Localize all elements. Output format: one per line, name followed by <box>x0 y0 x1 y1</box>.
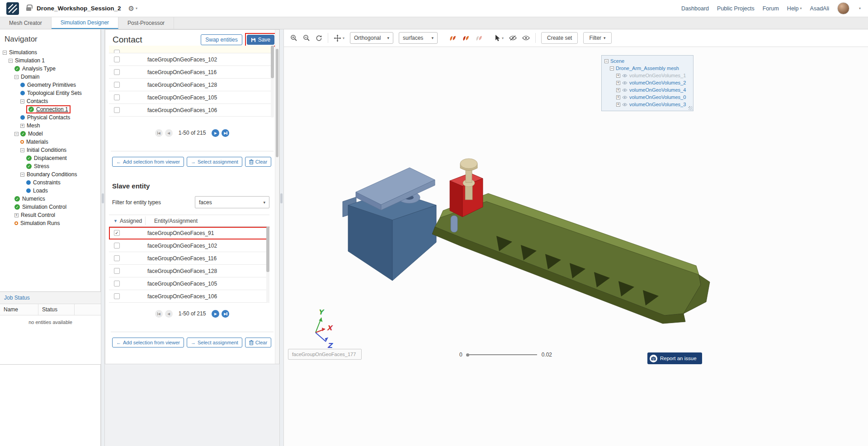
scene-tree-volumeongeovolumes-1[interactable]: +volumeOnGeoVolumes_1 <box>604 72 693 79</box>
scene-tree-volumeongeovolumes-2[interactable]: +volumeOnGeoVolumes_2 <box>604 79 693 86</box>
scene-tree-volumeongeovolumes-3[interactable]: +volumeOnGeoVolumes_3 <box>604 101 693 108</box>
nav-forum[interactable]: Forum <box>763 5 779 12</box>
tree-item-numerics[interactable]: ✓Numerics <box>0 195 100 203</box>
expander-icon[interactable]: + <box>616 88 620 92</box>
scrollbar-thumb[interactable] <box>271 46 274 78</box>
first-page-button[interactable]: ◀ <box>155 129 163 137</box>
select-assignment-button[interactable]: →Select assignment <box>187 157 242 167</box>
expander-icon[interactable]: − <box>20 173 24 177</box>
scene-tree-root[interactable]: −Scene <box>604 57 693 65</box>
collapse-icon[interactable]: − <box>604 59 609 63</box>
viewer-canvas[interactable]: Y X Z −Scene −Drone_Arm_Assembly mesh +v… <box>284 47 868 446</box>
panel-scrollbar[interactable] <box>275 30 278 364</box>
entity-row-facegroupongeofaces-116[interactable]: faceGroupOnGeoFaces_116 <box>109 252 269 265</box>
tree-item-analysis-type[interactable]: ✓Analysis Type <box>0 65 100 73</box>
expander-icon[interactable]: − <box>14 132 19 136</box>
entity-row-facegroupongeofaces-102[interactable]: faceGroupOnGeoFaces_102 <box>109 239 269 252</box>
user-menu-caret-icon[interactable]: ▾ <box>859 6 861 10</box>
expander-icon[interactable]: + <box>20 124 24 128</box>
entity-checkbox[interactable] <box>114 255 120 261</box>
expander-icon[interactable]: − <box>14 75 19 79</box>
select-tool-icon[interactable]: ▾ <box>495 35 504 42</box>
entity-checkbox[interactable] <box>114 293 120 299</box>
filter-dropdown[interactable]: Filter▾ <box>583 32 611 44</box>
entity-checkbox[interactable] <box>114 268 120 274</box>
model-part-green-arm[interactable] <box>432 193 710 324</box>
swap-entities-button[interactable]: Swap entities <box>201 34 242 45</box>
clear-button[interactable]: Clear <box>245 157 271 167</box>
tab-post-processor[interactable]: Post-Processor <box>118 17 174 29</box>
tree-item-constraints[interactable]: Constraints <box>0 178 100 187</box>
create-set-button[interactable]: Create set <box>541 32 578 44</box>
tree-item-geometry-primitives[interactable]: Geometry Primitives <box>0 81 100 89</box>
hide-selected-icon[interactable] <box>509 35 517 41</box>
app-logo-icon[interactable] <box>6 2 19 15</box>
tree-item-topological-entity-sets[interactable]: Topological Entity Sets <box>0 89 100 97</box>
tree-item-initial-conditions[interactable]: −Initial Conditions <box>0 146 100 154</box>
entity-checkbox[interactable] <box>114 107 120 113</box>
tree-item-boundary-conditions[interactable]: −Boundary Conditions <box>0 170 100 178</box>
entity-checkbox[interactable] <box>114 50 120 53</box>
eye-icon[interactable] <box>622 88 627 92</box>
last-page-button[interactable]: ▶ <box>222 129 229 137</box>
first-page-button[interactable]: ◀ <box>155 310 163 318</box>
entity-row-facegroupongeofaces-106[interactable]: faceGroupOnGeoFaces_106 <box>109 290 269 303</box>
zoom-out-icon[interactable] <box>303 34 310 42</box>
tab-simulation-designer[interactable]: Simulation Designer <box>52 17 118 29</box>
eye-icon[interactable] <box>622 95 627 99</box>
expander-icon[interactable]: + <box>616 74 620 78</box>
entity-row-facegroupongeofaces-102[interactable]: faceGroupOnGeoFaces_102 <box>109 53 274 66</box>
eye-icon[interactable] <box>622 74 627 78</box>
entity-checkbox[interactable] <box>114 82 120 88</box>
paint-selection-icon-2[interactable] <box>462 35 470 42</box>
tree-item-model[interactable]: −✓Model <box>0 130 100 138</box>
tree-item-simulation-control[interactable]: ✓Simulation Control <box>0 203 100 211</box>
entity-row-partial[interactable] <box>109 46 274 53</box>
eye-icon[interactable] <box>622 103 627 107</box>
gear-icon[interactable]: ⚙▾ <box>128 5 137 13</box>
tree-item-displacement[interactable]: ✓Displacement <box>0 154 100 162</box>
tree-item-result-control[interactable]: +Result Control <box>0 211 100 219</box>
prev-page-button[interactable]: ◀ <box>165 310 173 318</box>
zoom-in-icon[interactable] <box>290 34 297 42</box>
prev-page-button[interactable]: ◀ <box>165 129 173 137</box>
report-issue-button[interactable]: Report an issue <box>647 352 702 364</box>
tree-item-stress[interactable]: ✓Stress <box>0 162 100 170</box>
scene-tree-volumeongeovolumes-0[interactable]: +volumeOnGeoVolumes_0 <box>604 94 693 101</box>
show-all-icon[interactable] <box>522 35 530 41</box>
save-button[interactable]: Save <box>247 35 274 45</box>
sort-desc-icon[interactable]: ▼ <box>113 219 118 223</box>
nav-public-projects[interactable]: Public Projects <box>717 5 755 12</box>
tree-item-simulation-runs[interactable]: Simulation Runs <box>0 219 100 227</box>
scene-tree-resize-handle[interactable] <box>689 106 693 110</box>
paint-selection-icon-3[interactable] <box>476 35 483 42</box>
entity-type-select[interactable]: faces ▾ <box>195 196 269 208</box>
eye-icon[interactable] <box>622 81 627 85</box>
scene-tree-mesh[interactable]: −Drone_Arm_Assembly mesh <box>604 65 693 72</box>
render-mode-dropdown[interactable]: surfaces▾ <box>399 32 438 44</box>
entity-row-facegroupongeofaces-105[interactable]: faceGroupOnGeoFaces_105 <box>109 277 269 290</box>
entity-row-facegroupongeofaces-105[interactable]: faceGroupOnGeoFaces_105 <box>109 91 274 104</box>
expander-icon[interactable]: + <box>616 103 620 107</box>
tree-item-contacts[interactable]: −Contacts <box>0 97 100 105</box>
tab-mesh-creator[interactable]: Mesh Creator <box>0 17 52 29</box>
entity-row-facegroupongeofaces-106[interactable]: faceGroupOnGeoFaces_106 <box>109 104 274 117</box>
nav-dashboard[interactable]: Dashboard <box>681 5 709 12</box>
entity-row-facegroupongeofaces-128[interactable]: faceGroupOnGeoFaces_128 <box>109 79 274 91</box>
sidebar-splitter[interactable] <box>101 29 105 446</box>
expander-icon[interactable]: + <box>14 213 19 217</box>
tree-item-simulation-1[interactable]: −Simulation 1 <box>0 56 100 65</box>
slave-table-scrollbar[interactable] <box>266 227 269 303</box>
entity-checkbox[interactable] <box>114 94 120 100</box>
paint-selection-icon-1[interactable] <box>449 35 457 42</box>
refresh-icon[interactable] <box>316 35 322 42</box>
tree-item-mesh[interactable]: +Mesh <box>0 122 100 130</box>
model-3d[interactable]: Y X Z <box>284 47 868 446</box>
expander-icon[interactable]: + <box>616 95 620 99</box>
next-page-button[interactable]: ▶ <box>212 129 219 137</box>
scrollbar-thumb[interactable] <box>266 227 269 272</box>
master-table-scrollbar[interactable] <box>271 46 274 117</box>
viewer-splitter[interactable] <box>279 29 284 446</box>
entity-checkbox[interactable] <box>114 56 120 62</box>
last-page-button[interactable]: ▶ <box>222 310 229 318</box>
